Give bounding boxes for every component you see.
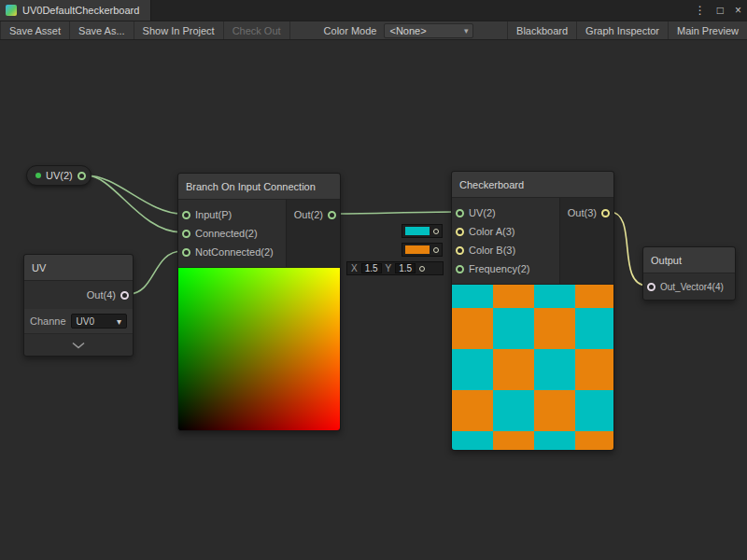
checkerboard-node-preview [452,284,613,450]
port-row: Color B(3) [452,241,559,259]
checkerboard-node-title: Checkerboard [459,179,524,190]
branch-input-label: Input(P) [195,209,232,220]
uv-node-header[interactable]: UV [24,255,133,281]
color-b-swatch[interactable] [405,245,430,254]
main-preview-toggle-button[interactable]: Main Preview [668,21,747,39]
branch-on-input-connection-node[interactable]: Branch On Input Connection Input(P) Conn… [177,173,341,431]
branch-connected-label: Connected(2) [195,228,258,239]
checkerboard-colora-port[interactable] [456,228,464,236]
uv-out-port[interactable] [120,291,129,300]
chevron-down-icon: ▾ [464,26,469,35]
port-row: UV(2) [452,203,559,222]
uv-node[interactable]: UV Out(4) Channe UV0 ▾ [23,254,134,357]
save-asset-button[interactable]: Save Asset [0,21,70,39]
color-mode-label: Color Mode [317,21,385,39]
check-out-button: Check Out [224,21,290,39]
branch-node-title: Branch On Input Connection [186,181,316,192]
branch-connected-port[interactable] [182,230,190,238]
property-pill-label: UV(2) [46,170,73,181]
checkerboard-colora-label: Color A(3) [469,226,515,237]
chevron-down-icon [71,342,86,349]
uv-channel-value: UV0 [77,316,94,327]
checkerboard-out-port[interactable] [601,209,610,217]
color-a-connector-dot [433,229,439,234]
branch-notconnected-label: NotConnected(2) [195,246,274,258]
checkerboard-out-label: Out(3) [568,207,597,218]
show-in-project-button[interactable]: Show In Project [134,21,224,39]
branch-node-header[interactable]: Branch On Input Connection [178,174,340,200]
color-a-swatch[interactable] [405,227,430,235]
color-b-connector-dot [433,247,439,253]
uv-channel-dropdown[interactable]: UV0 ▾ [71,314,127,329]
branch-out-label: Out(2) [294,209,323,220]
color-mode-dropdown[interactable]: <None> ▾ [384,23,473,38]
checkerboard-node-header[interactable]: Checkerboard [452,172,613,198]
checkerboard-node[interactable]: Checkerboard UV(2) Color A(3) Color B(3) [451,171,614,451]
color-a-swatch-widget[interactable] [402,224,443,238]
branch-notconnected-port[interactable] [182,248,190,257]
blackboard-toggle-button[interactable]: Blackboard [507,21,576,39]
tab-bar: UV0DefaultCheckerboard ⋮ □ × [0,0,747,21]
port-row: Out_Vector4(4) [643,273,735,300]
output-node-title: Output [651,255,682,266]
uv-node-collapse-toggle[interactable] [24,333,133,356]
frequency-x-field[interactable]: 1.5 [361,263,382,273]
shader-graph-window: UV0DefaultCheckerboard ⋮ □ × Save Asset … [0,0,747,560]
branch-input-port[interactable] [182,211,190,219]
port-row: Out(2) [287,205,340,224]
checkerboard-colorb-label: Color B(3) [469,245,515,256]
port-row: Input(P) [178,205,286,224]
tab-uv0defaultcheckerboard[interactable]: UV0DefaultCheckerboard [0,0,151,21]
maximize-icon[interactable]: □ [717,0,724,21]
frequency-widget: X 1.5 Y 1.5 [346,261,444,275]
frequency-x-label: X [351,263,358,273]
port-row: NotConnected(2) [178,243,286,261]
checkerboard-uv-label: UV(2) [469,207,496,218]
port-row: Frequency(2) [452,259,559,278]
color-mode-value: <None> [389,25,426,36]
color-b-swatch-widget[interactable] [402,243,443,257]
tab-title: UV0DefaultCheckerboard [22,5,139,16]
uv-out-label: Out(4) [87,289,116,301]
branch-out-port[interactable] [328,211,336,219]
port-row: Out(3) [560,203,613,222]
checkerboard-frequency-label: Frequency(2) [469,263,529,274]
frequency-y-label: Y [386,263,392,273]
uv-channel-label: Channe [30,315,66,327]
property-pill-output-port[interactable] [78,172,86,180]
output-vector4-port[interactable] [647,283,655,291]
checkerboard-colorb-port[interactable] [456,246,464,255]
port-row: Connected(2) [178,224,286,243]
branch-node-preview [178,267,340,430]
output-node[interactable]: Output Out_Vector4(4) [642,246,736,301]
save-as-button[interactable]: Save As... [70,21,134,39]
checkerboard-uv-port[interactable] [456,209,464,217]
property-node-uv[interactable]: UV(2) [26,165,92,186]
output-vector4-label: Out_Vector4(4) [660,282,724,292]
frequency-y-field[interactable]: 1.5 [395,263,416,273]
chevron-down-icon: ▾ [117,316,121,327]
graph-inspector-toggle-button[interactable]: Graph Inspector [576,21,668,39]
toolbar: Save Asset Save As... Show In Project Ch… [0,21,747,40]
checkerboard-frequency-port[interactable] [456,265,464,273]
output-node-header[interactable]: Output [643,247,735,273]
close-icon[interactable]: × [735,0,741,21]
kebab-menu-icon[interactable]: ⋮ [695,0,706,21]
shader-graph-asset-icon [6,5,17,16]
exposed-property-dot-icon [35,173,41,178]
frequency-connector-dot [419,266,425,272]
uv-node-title: UV [32,262,46,273]
port-row: Color A(3) [452,222,559,241]
